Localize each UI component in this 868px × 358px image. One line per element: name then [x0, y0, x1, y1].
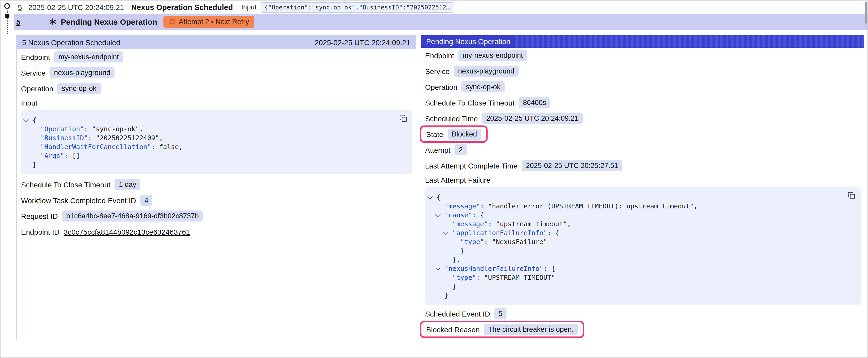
field-schedule-to-close-timeout: Schedule To Close Timeout 86400s	[425, 97, 550, 108]
code-line: {	[24, 116, 406, 124]
json-text: }	[460, 246, 464, 255]
collapse-chevron-icon[interactable]	[428, 196, 437, 198]
event-list: 5 2025-02-25 UTC 20:24:09.21 Nexus Opera…	[1, 1, 867, 30]
code-line: "message": "handler error (UPSTREAM_TIME…	[428, 202, 854, 210]
field-endpoint-id: Endpoint ID 3c0c75ccfa8144b092c13ce63246…	[21, 226, 190, 237]
field-label: Scheduled Time	[425, 114, 478, 123]
field-value: 2	[455, 144, 467, 155]
json-text: {	[33, 116, 36, 124]
timeline-start-icon	[4, 3, 10, 9]
code-line: }	[428, 291, 854, 300]
field-label: Last Attempt Complete Time	[425, 161, 518, 170]
field-state-annotated: State Blocked	[420, 126, 487, 143]
json-key: "Operation"	[40, 124, 84, 133]
json-text: : "NexusFailure"	[484, 237, 547, 246]
json-key: "message"	[453, 220, 488, 228]
last-attempt-failure-label: Last Attempt Failure	[425, 176, 864, 185]
event-row-scheduled[interactable]: 5 2025-02-25 UTC 20:24:09.21 Nexus Opera…	[14, 1, 867, 14]
collapse-chevron-icon[interactable]	[436, 214, 444, 216]
endpoint-id-link[interactable]: 3c0c75ccfa8144b092c13ce632463761	[64, 228, 190, 236]
event-detail-panels: 5 Nexus Operation Scheduled 2025-02-25 U…	[16, 35, 864, 339]
field-label: Service	[425, 67, 450, 75]
collapse-chevron-icon[interactable]	[24, 119, 33, 121]
json-text: {	[437, 193, 440, 202]
field-value: sync-op-ok	[58, 83, 101, 94]
field-value: nexus-playground	[454, 66, 519, 77]
field-endpoint: Endpoint my-nexus-endpoint	[425, 50, 527, 61]
json-text: },	[453, 255, 460, 264]
input-json-viewer: {"Operation": "sync-op-ok","BusinessID":…	[21, 110, 412, 174]
field-label: Endpoint	[21, 53, 50, 61]
field-value: 86400s	[519, 97, 550, 108]
collapse-chevron-icon[interactable]	[436, 267, 444, 269]
code-line: "nexusHandlerFailureInfo": {	[428, 264, 854, 273]
scrollbar-thumb[interactable]	[865, 2, 867, 24]
field-scheduled-time: Scheduled Time 2025-02-25 UTC 20:24:09.2…	[425, 113, 583, 124]
json-key: "type"	[453, 273, 476, 282]
copy-icon	[399, 115, 407, 122]
collapse-chevron-icon[interactable]	[444, 232, 453, 234]
panel-body: Endpoint my-nexus-endpoint Service nexus…	[17, 50, 415, 339]
field-label: Blocked Reason	[426, 325, 480, 334]
panel-header-scheduled: 5 Nexus Operation Scheduled 2025-02-25 U…	[17, 35, 415, 50]
json-text: }	[444, 291, 448, 300]
event-row-pending[interactable]: 5 Pending Nexus Operation Attempt 2 • Ne…	[14, 14, 867, 30]
field-service: Service nexus-playground	[21, 67, 115, 78]
input-label: Input	[241, 3, 256, 11]
code-line: }	[428, 246, 854, 255]
field-value: nexus-playground	[50, 67, 115, 78]
code-line: "Args": []	[24, 151, 406, 160]
field-last-attempt-complete-time: Last Attempt Complete Time 2025-02-25 UT…	[425, 160, 622, 171]
nexus-asterisk-icon	[49, 18, 57, 26]
field-schedule-to-close-timeout: Schedule To Close Timeout 1 day	[21, 179, 140, 190]
json-text: : "upstream timeout",	[488, 220, 571, 228]
event-id-link[interactable]: 5	[16, 18, 21, 26]
timeline-current-dot-icon	[5, 14, 9, 19]
input-preview: {"Operation":"sync-op-ok","BusinessID":"…	[260, 2, 454, 12]
field-value: 1 day	[115, 179, 140, 190]
field-label: Operation	[425, 83, 457, 91]
json-text: : "sync-op-ok",	[84, 124, 144, 133]
json-text: : "UPSTREAM_TIMEOUT"	[476, 273, 555, 282]
copy-button[interactable]	[847, 192, 856, 199]
code-line: "type": "UPSTREAM_TIMEOUT"	[428, 273, 854, 282]
copy-button[interactable]	[399, 115, 407, 122]
json-text: : {	[543, 264, 555, 273]
code-line: "applicationFailureInfo": {	[428, 228, 854, 237]
retry-badge: Attempt 2 • Next Retry	[163, 16, 254, 28]
json-key: "message"	[444, 202, 480, 210]
field-workflow-task-completed-event-id: Workflow Task Completed Event ID 4	[21, 195, 153, 206]
code-line: "BusinessID": "20250225122409",	[24, 133, 406, 142]
json-key: "cause"	[444, 210, 472, 220]
json-text: : "20250225122409",	[88, 133, 163, 142]
json-text: : false,	[151, 142, 183, 151]
event-detail-panel-scheduled: 5 Nexus Operation Scheduled 2025-02-25 U…	[16, 35, 415, 339]
json-text: : {	[547, 228, 559, 237]
code-line: "type": "NexusFailure"	[428, 237, 854, 246]
field-value: 5	[494, 308, 507, 319]
field-value: 4	[140, 195, 153, 206]
json-key: "BusinessID"	[40, 133, 88, 142]
timeline-column	[1, 1, 14, 37]
panel-timestamp: 2025-02-25 UTC 20:24:09.21	[315, 38, 410, 46]
retry-icon	[169, 19, 176, 25]
json-key: "Args"	[40, 151, 64, 160]
retry-badge-label: Attempt 2 • Next Retry	[179, 18, 249, 26]
field-label: Workflow Task Completed Event ID	[21, 196, 136, 204]
code-line: }	[428, 282, 854, 291]
field-request-id: Request ID b1c6a4bc-8ee7-468a-9169-df3b0…	[21, 210, 203, 222]
field-label: Endpoint ID	[21, 228, 59, 236]
field-value: b1c6a4bc-8ee7-468a-9169-df3b02c8737b	[62, 210, 203, 222]
event-id-link[interactable]: 5	[18, 3, 22, 11]
field-label: State	[426, 130, 443, 138]
field-value: 2025-02-25 UTC 20:24:09.21	[482, 113, 583, 124]
code-line: "message": "upstream timeout",	[428, 220, 854, 228]
input-section-label: Input	[21, 99, 415, 108]
field-label: Request ID	[21, 212, 58, 220]
copy-icon	[847, 192, 856, 199]
code-line: }	[24, 160, 406, 169]
json-text: : "handler error (UPSTREAM_TIMEOUT): ups…	[480, 202, 698, 210]
code-line: },	[428, 255, 854, 264]
field-label: Endpoint	[425, 51, 454, 60]
field-label: Service	[21, 68, 45, 77]
